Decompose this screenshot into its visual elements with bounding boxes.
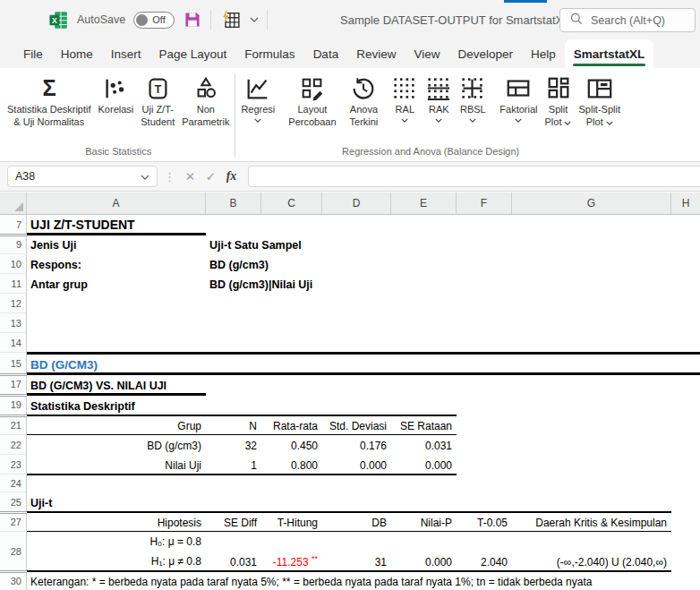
- cell-E22[interactable]: 0.031: [391, 435, 457, 455]
- column-header-C[interactable]: C: [261, 192, 322, 214]
- cell-C21[interactable]: Rata-rata: [261, 415, 322, 435]
- menu-tab-home[interactable]: Home: [52, 39, 102, 68]
- row-header-17[interactable]: 17: [0, 374, 27, 395]
- row-header-12[interactable]: 12: [0, 294, 27, 313]
- chevron-down-icon[interactable]: [435, 118, 442, 123]
- cell-B10[interactable]: BD (g/cm3): [206, 254, 261, 274]
- rak-button[interactable]: RAK: [422, 71, 456, 125]
- chevron-down-icon[interactable]: [401, 118, 408, 123]
- layout-percobaan-button[interactable]: LayoutPercobaan: [285, 71, 339, 131]
- cell-B22[interactable]: 32: [206, 435, 261, 455]
- column-header-F[interactable]: F: [457, 192, 512, 214]
- chevron-down-icon[interactable]: [469, 118, 476, 123]
- row-header-22[interactable]: 22: [0, 435, 27, 455]
- cancel-icon[interactable]: ✕: [180, 169, 201, 184]
- column-header-B[interactable]: B: [206, 192, 261, 214]
- anova-terkini-button[interactable]: AnovaTerkini: [346, 71, 382, 131]
- cell-E28[interactable]: 0.000: [391, 552, 457, 571]
- formula-input[interactable]: [248, 166, 700, 187]
- column-header-E[interactable]: E: [391, 192, 457, 214]
- row-header-21[interactable]: 21: [0, 415, 27, 435]
- cell-D28[interactable]: 31: [322, 552, 391, 571]
- cell-B23[interactable]: 1: [206, 455, 261, 475]
- row-header-28[interactable]: 28: [0, 532, 27, 571]
- split-plot-button[interactable]: SplitPlot: [542, 71, 576, 131]
- cell-A23[interactable]: Nilai Uji: [27, 455, 206, 475]
- row-header-23[interactable]: 23: [0, 455, 27, 475]
- cell-D21[interactable]: Std. Deviasi: [322, 415, 391, 435]
- row-header-25[interactable]: 25: [0, 492, 27, 512]
- hidden-rows-indicator[interactable]: [0, 570, 27, 573]
- formula-bar-grip[interactable]: ⋮: [164, 170, 176, 184]
- korelasi-button[interactable]: Korelasi: [95, 71, 138, 119]
- search-box[interactable]: Search (Alt+Q): [559, 8, 696, 32]
- cell-A21[interactable]: Grup: [27, 415, 206, 435]
- cell-F27[interactable]: T-0.05: [457, 512, 512, 532]
- quick-table-icon[interactable]: [219, 9, 242, 31]
- menu-tab-view[interactable]: View: [405, 39, 448, 68]
- column-header-G[interactable]: G: [512, 192, 671, 214]
- split-split-plot-button[interactable]: Split-SplitPlot: [576, 71, 624, 131]
- hidden-rows-indicator[interactable]: [0, 373, 27, 376]
- row-header-27[interactable]: 27: [0, 512, 27, 532]
- hidden-rows-indicator[interactable]: [0, 234, 27, 236]
- name-box-chevron-icon[interactable]: [141, 170, 149, 183]
- save-icon[interactable]: [183, 10, 202, 30]
- row-header-13[interactable]: 13: [0, 313, 27, 333]
- non-parametrik-button[interactable]: NonParametrik: [178, 71, 233, 131]
- cell-B21[interactable]: N: [206, 415, 261, 435]
- cell-A15[interactable]: BD (G/CM3): [27, 355, 206, 374]
- chevron-down-icon[interactable]: [515, 118, 522, 123]
- cell-A27[interactable]: Hipotesis: [27, 512, 206, 532]
- menu-tab-developer[interactable]: Developer: [448, 39, 522, 68]
- row-header-7[interactable]: 7: [0, 215, 27, 235]
- chevron-down-icon[interactable]: [564, 116, 571, 129]
- row-header-9[interactable]: 9: [0, 235, 27, 254]
- cell-B9[interactable]: Uji-t Satu Sampel: [206, 235, 261, 254]
- row-header-30[interactable]: 30: [0, 571, 27, 590]
- chevron-down-icon[interactable]: [254, 118, 261, 123]
- statistika-deskriptif-uji-normalitas-button[interactable]: ΣStatistika Deskriptif& Uji Normalitas: [4, 71, 95, 131]
- cell-F28[interactable]: 2.040: [457, 552, 512, 571]
- rbsl-button[interactable]: RBSL: [456, 71, 490, 125]
- sheet-grid[interactable]: 7UJI Z/T-STUDENT9Jenis UjiUji-t Satu Sam…: [0, 215, 700, 590]
- cell-D22[interactable]: 0.176: [322, 435, 391, 455]
- cell-A7[interactable]: UJI Z/T-STUDENT: [27, 215, 206, 235]
- hidden-rows-indicator[interactable]: [0, 415, 27, 417]
- select-all-corner[interactable]: [0, 192, 27, 214]
- menu-tab-data[interactable]: Data: [304, 39, 348, 68]
- name-box[interactable]: A38: [7, 166, 158, 187]
- cell-G28[interactable]: (-∞,-2.040) U (2.040,∞): [512, 552, 671, 571]
- cell-A9[interactable]: Jenis Uji: [27, 235, 206, 254]
- cell-A22[interactable]: BD (g/cm3): [27, 435, 206, 455]
- column-header-H[interactable]: H: [671, 192, 700, 214]
- faktorial-button[interactable]: Faktorial: [496, 71, 541, 125]
- cell-B28[interactable]: 0.031: [206, 552, 261, 571]
- cell-D27[interactable]: DB: [322, 512, 391, 532]
- row-header-24[interactable]: 24: [0, 475, 27, 492]
- cell-D23[interactable]: 0.000: [322, 455, 391, 475]
- cell-A25[interactable]: Uji-t: [27, 492, 206, 512]
- menu-tab-smartstatxl[interactable]: SmartstatXL: [565, 39, 654, 68]
- row-header-19[interactable]: 19: [0, 395, 27, 415]
- row-header-14[interactable]: 14: [0, 333, 27, 353]
- menu-tab-page-layout[interactable]: Page Layout: [150, 39, 236, 68]
- cell-E27[interactable]: Nilai-P: [391, 512, 457, 532]
- row-header-15[interactable]: 15: [0, 353, 27, 374]
- enter-icon[interactable]: ✓: [201, 169, 221, 184]
- ral-button[interactable]: RAL: [388, 71, 422, 125]
- uji-zt-student-button[interactable]: TUji Z/T-Student: [137, 71, 178, 131]
- cell-G27[interactable]: Daerah Kritis & Kesimpulan: [512, 512, 671, 532]
- cell-A30[interactable]: Keterangan: * = berbeda nyata pada taraf…: [27, 571, 206, 590]
- row-header-11[interactable]: 11: [0, 274, 27, 294]
- menu-tab-formulas[interactable]: Formulas: [235, 39, 303, 68]
- menu-tab-help[interactable]: Help: [522, 39, 565, 68]
- cell-C28[interactable]: -11.253 **: [261, 552, 322, 571]
- column-header-D[interactable]: D: [322, 192, 391, 214]
- hidden-rows-indicator[interactable]: [0, 511, 27, 514]
- cell-B27[interactable]: SE Diff: [206, 512, 261, 532]
- chevron-down-icon[interactable]: [250, 17, 259, 22]
- autosave-toggle[interactable]: Off: [133, 12, 175, 29]
- cell-E21[interactable]: SE Rataan: [391, 415, 457, 435]
- menu-tab-file[interactable]: File: [14, 39, 52, 68]
